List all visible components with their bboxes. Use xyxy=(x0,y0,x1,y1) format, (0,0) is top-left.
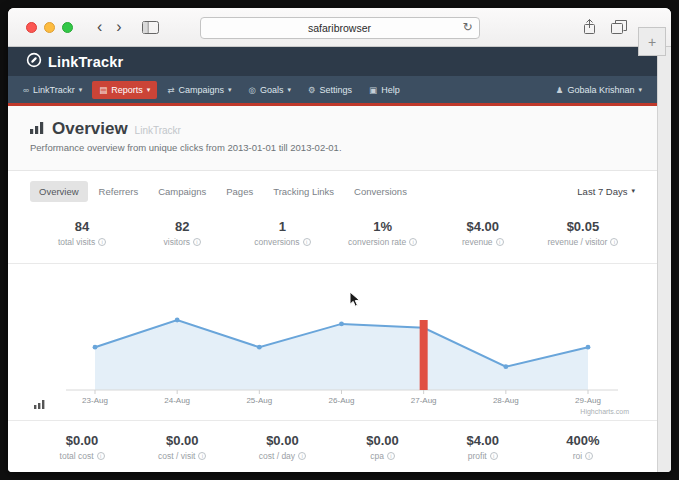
stat-label: cost / visit xyxy=(158,451,195,461)
minimize-window-button[interactable] xyxy=(44,22,55,33)
stat-revenue: $4.00 revenuei xyxy=(433,219,533,263)
info-icon[interactable]: i xyxy=(98,238,106,246)
chevron-down-icon: ▾ xyxy=(287,86,291,94)
stat-value: 1 xyxy=(232,219,332,234)
info-icon[interactable]: i xyxy=(496,238,504,246)
info-icon[interactable]: i xyxy=(303,238,311,246)
brand-text: LinkTrackr xyxy=(48,54,123,70)
nav-label: Help xyxy=(381,85,400,95)
zoom-window-button[interactable] xyxy=(62,22,73,33)
stat-value: $4.00 xyxy=(433,433,533,448)
tab-pages[interactable]: Pages xyxy=(217,181,262,202)
info-icon[interactable]: i xyxy=(193,238,201,246)
address-bar[interactable]: safaribrowser ↻ xyxy=(200,17,480,39)
chart-point xyxy=(586,345,591,350)
page-title: Overview xyxy=(52,119,128,139)
nav-label: Campaigns xyxy=(178,85,224,95)
nav-item-help[interactable]: ▣ Help xyxy=(362,81,407,99)
browser-toolbar: ‹ › safaribrowser ↻ + xyxy=(8,8,671,47)
stat-cost-visit: $0.00 cost / visiti xyxy=(132,433,232,472)
report-tabs: Overview Referrers Campaigns Pages Track… xyxy=(8,171,657,211)
chart-canvas: 23-Aug24-Aug25-Aug26-Aug27-Aug28-Aug29-A… xyxy=(8,264,658,420)
stat-label: conversion rate xyxy=(348,237,406,247)
stat-value: 1% xyxy=(332,219,432,234)
info-icon[interactable]: i xyxy=(198,452,206,460)
stat-label: conversions xyxy=(254,237,299,247)
visits-chart: 23-Aug24-Aug25-Aug26-Aug27-Aug28-Aug29-A… xyxy=(8,263,657,421)
stat-label: visitors xyxy=(164,237,190,247)
x-axis-label: 26-Aug xyxy=(329,396,355,405)
tab-tracking-links[interactable]: Tracking Links xyxy=(264,181,343,202)
stat-roi: 400% roii xyxy=(533,433,633,472)
close-window-button[interactable] xyxy=(26,22,37,33)
x-axis-label: 28-Aug xyxy=(493,396,519,405)
stat-label: total visits xyxy=(58,237,95,247)
info-icon[interactable]: i xyxy=(387,452,395,460)
sidebar-toggle-icon[interactable] xyxy=(142,21,159,34)
info-icon[interactable]: i xyxy=(490,452,498,460)
stat-profit: $4.00 profiti xyxy=(433,433,533,472)
scrollbar-gutter[interactable] xyxy=(657,47,671,472)
stat-total-visits: 84 total visitsi xyxy=(32,219,132,263)
date-range-picker[interactable]: Last 7 Days ▾ xyxy=(577,186,635,197)
nav-label: Settings xyxy=(320,85,353,95)
forward-button[interactable]: › xyxy=(116,19,121,35)
stats-row-top: 84 total visitsi 82 visitorsi 1 conversi… xyxy=(8,211,657,263)
nav-item-settings[interactable]: ⚙ Settings xyxy=(301,81,359,99)
user-menu[interactable]: ♟ Gobala Krishnan ▾ xyxy=(549,81,649,99)
tab-campaigns[interactable]: Campaigns xyxy=(149,181,215,202)
stats-row-bottom: $0.00 total costi $0.00 cost / visiti $0… xyxy=(8,421,657,472)
page-title-suffix: LinkTrackr xyxy=(135,125,181,136)
chart-point xyxy=(339,321,344,326)
reports-icon: ▤ xyxy=(99,85,107,95)
nav-item-campaigns[interactable]: ⇄ Campaigns ▾ xyxy=(160,81,238,99)
stat-value: $4.00 xyxy=(433,219,533,234)
stat-label: revenue xyxy=(462,237,493,247)
chart-point xyxy=(257,345,262,350)
tab-overview-icon[interactable] xyxy=(611,20,627,38)
info-icon[interactable]: i xyxy=(97,452,105,460)
stat-total-cost: $0.00 total costi xyxy=(32,433,132,472)
stat-value: $0.00 xyxy=(232,433,332,448)
share-icon[interactable] xyxy=(582,18,597,39)
back-button[interactable]: ‹ xyxy=(97,19,102,35)
help-icon: ▣ xyxy=(369,85,377,95)
chevron-down-icon: ▾ xyxy=(79,86,83,94)
link-icon: ∞ xyxy=(23,85,29,95)
stat-value: 400% xyxy=(533,433,633,448)
stat-value: $0.00 xyxy=(132,433,232,448)
chart-credit[interactable]: Highcharts.com xyxy=(580,408,629,415)
info-icon[interactable]: i xyxy=(298,452,306,460)
goals-icon: ◎ xyxy=(249,85,256,95)
stat-label: cpa xyxy=(370,451,384,461)
user-icon: ♟ xyxy=(556,85,564,95)
x-axis-label: 27-Aug xyxy=(411,396,437,405)
stat-label: revenue / visitor xyxy=(547,237,607,247)
chart-point xyxy=(93,345,98,350)
user-name: Gobala Krishnan xyxy=(567,85,634,95)
info-icon[interactable]: i xyxy=(610,238,618,246)
stat-conversions: 1 conversionsi xyxy=(232,219,332,263)
info-icon[interactable]: i xyxy=(585,452,593,460)
nav-item-linktrackr[interactable]: ∞ LinkTrackr ▾ xyxy=(16,81,89,99)
bar-chart-icon xyxy=(30,120,45,138)
nav-label: Reports xyxy=(111,85,143,95)
brand[interactable]: LinkTrackr xyxy=(26,52,123,71)
nav-item-goals[interactable]: ◎ Goals ▾ xyxy=(242,81,298,99)
chevron-down-icon: ▾ xyxy=(638,86,642,94)
nav-label: LinkTrackr xyxy=(33,85,75,95)
nav-item-reports[interactable]: ▤ Reports ▾ xyxy=(92,81,157,99)
x-axis-label: 29-Aug xyxy=(575,396,601,405)
reload-icon[interactable]: ↻ xyxy=(462,20,472,34)
info-icon[interactable]: i xyxy=(409,238,417,246)
stat-label: total cost xyxy=(60,451,94,461)
chart-menu-icon[interactable] xyxy=(34,395,45,413)
tab-conversions[interactable]: Conversions xyxy=(345,181,416,202)
date-range-label: Last 7 Days xyxy=(577,186,627,197)
new-tab-button[interactable]: + xyxy=(638,27,666,56)
tab-referrers[interactable]: Referrers xyxy=(90,181,148,202)
app-header: LinkTrackr xyxy=(8,47,657,76)
stat-visitors: 82 visitorsi xyxy=(132,219,232,263)
tab-overview[interactable]: Overview xyxy=(30,181,88,202)
mouse-cursor xyxy=(349,291,361,312)
